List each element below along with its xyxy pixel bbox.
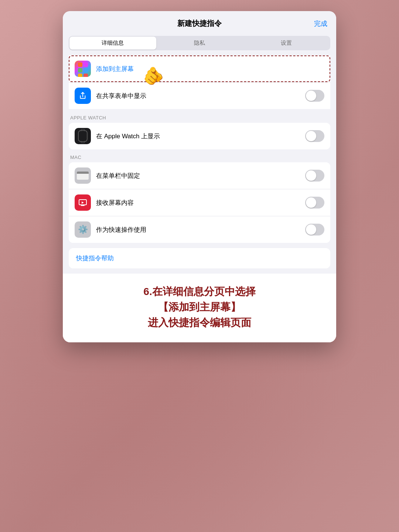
mac-section: MAC 在菜单栏中固定 [69, 149, 330, 243]
share-icon [75, 88, 91, 104]
grid-dot [78, 62, 82, 67]
sheet-title: 新建快捷指令 [177, 18, 222, 28]
quick-action-toggle[interactable] [305, 224, 324, 235]
pin-menubar-row[interactable]: 在菜单栏中固定 [69, 162, 330, 189]
receive-screen-row[interactable]: 接收屏幕内容 [69, 189, 330, 216]
watch-icon [75, 128, 91, 144]
instruction-area: 6.在详细信息分页中选择 【添加到主屏幕】 进入快捷指令编辑页面 [63, 274, 336, 342]
screencap-icon [75, 194, 91, 211]
quick-action-row[interactable]: ⚙️ 作为快速操作使用 [69, 216, 330, 243]
instruction-text: 6.在详细信息分页中选择 【添加到主屏幕】 进入快捷指令编辑页面 [72, 284, 327, 331]
add-to-homescreen-row[interactable]: 添加到主屏幕 [69, 55, 330, 82]
help-link[interactable]: 快捷指令帮助 [76, 255, 114, 262]
tab-details[interactable]: 详细信息 [69, 37, 156, 50]
show-on-watch-label: 在 Apple Watch 上显示 [96, 132, 305, 140]
tab-privacy[interactable]: 隐私 [156, 37, 243, 50]
menubar-icon [75, 167, 91, 184]
mac-rows: 在菜单栏中固定 接收屏幕内容 [69, 162, 330, 243]
pin-menubar-toggle[interactable] [305, 170, 324, 182]
help-section: 快捷指令帮助 [69, 248, 330, 268]
share-sheet-row[interactable]: 在共享表单中显示 [69, 82, 330, 109]
tab-segment: 详细信息 隐私 设置 [69, 36, 330, 50]
grid-dot [83, 74, 88, 77]
add-to-homescreen-label: 添加到主屏幕 [96, 65, 324, 73]
show-on-watch-row[interactable]: 在 Apple Watch 上显示 [69, 123, 330, 149]
show-on-watch-toggle[interactable] [305, 130, 324, 142]
menubar-inner [77, 172, 89, 180]
share-sheet-toggle[interactable] [305, 90, 324, 102]
gear-icon: ⚙️ [75, 221, 91, 238]
sheet-header: 新建快捷指令 完成 [63, 11, 336, 32]
sheet-modal: 新建快捷指令 完成 详细信息 隐私 设置 [63, 11, 336, 342]
mac-section-title: MAC [69, 149, 330, 162]
watch-face [78, 130, 88, 142]
grid-dot [83, 68, 88, 72]
quick-action-label: 作为快速操作使用 [96, 226, 305, 234]
pin-menubar-label: 在菜单栏中固定 [96, 172, 305, 180]
apple-watch-section: APPLE WATCH 在 Apple Watch 上显示 [69, 110, 330, 149]
general-section: 添加到主屏幕 🫵 在共享表单中显示 [69, 55, 330, 109]
share-sheet-label: 在共享表单中显示 [96, 92, 305, 100]
tab-settings[interactable]: 设置 [243, 37, 330, 50]
grid-dot [78, 68, 82, 72]
done-button[interactable]: 完成 [314, 19, 327, 28]
apple-watch-rows: 在 Apple Watch 上显示 [69, 123, 330, 149]
grid-icon [75, 61, 91, 77]
tab-bar: 详细信息 隐私 设置 [63, 32, 336, 55]
add-to-homescreen-row-wrap: 添加到主屏幕 🫵 [69, 55, 330, 82]
receive-screen-toggle[interactable] [305, 197, 324, 209]
sheet-content: 添加到主屏幕 🫵 在共享表单中显示 APPLE WATCH [63, 55, 336, 268]
help-row[interactable]: 快捷指令帮助 [69, 248, 330, 268]
receive-screen-label: 接收屏幕内容 [96, 199, 305, 207]
grid-dot [78, 74, 82, 77]
grid-dot [83, 62, 88, 67]
apple-watch-section-title: APPLE WATCH [69, 110, 330, 123]
